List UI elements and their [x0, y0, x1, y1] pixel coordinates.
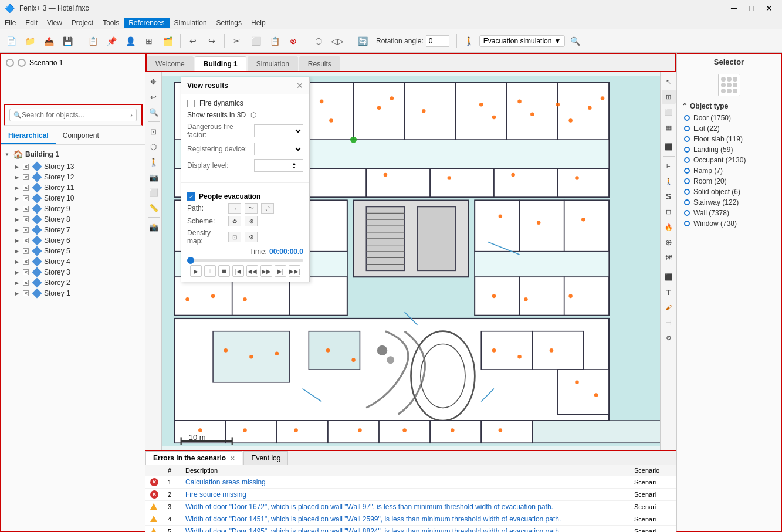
obj-type-row-1[interactable]: Exit (22): [682, 123, 776, 134]
scheme-icon-2[interactable]: ⚙: [245, 216, 258, 226]
lt-snapshot[interactable]: 📸: [147, 220, 161, 234]
tb-copy-alt[interactable]: 📋: [84, 32, 101, 50]
tb-search-tool[interactable]: 🔍: [566, 32, 584, 50]
rt-grid[interactable]: ⊞: [662, 90, 676, 104]
tb-scenarios[interactable]: 👤: [121, 32, 139, 50]
obj-type-row-0[interactable]: Door (1750): [682, 113, 776, 123]
playback-pause[interactable]: ⏸: [204, 265, 216, 277]
expand-12[interactable]: ▶: [15, 175, 19, 180]
rt-plus[interactable]: ⊕: [662, 235, 676, 249]
lt-zoom[interactable]: 🔍: [147, 105, 161, 119]
rt-fire[interactable]: 🔥: [662, 220, 676, 234]
playback-prev[interactable]: |◀: [232, 265, 244, 277]
rt-person2[interactable]: 🚶: [662, 174, 676, 188]
playback-play[interactable]: ▶: [190, 265, 202, 277]
expand-13[interactable]: ▶: [15, 164, 19, 170]
rt-measure[interactable]: ⊣: [662, 316, 676, 330]
menu-edit[interactable]: Edit: [21, 18, 42, 28]
density-icon-1[interactable]: ⊡: [228, 232, 241, 242]
expand-5[interactable]: ▶: [15, 249, 19, 254]
rt-volume[interactable]: ⬛: [662, 270, 676, 284]
expand-9[interactable]: ▶: [15, 206, 19, 212]
chk-7[interactable]: [23, 227, 29, 233]
obj-type-row-2[interactable]: Floor slab (119): [682, 134, 776, 144]
vr-registering-select[interactable]: [254, 143, 303, 155]
err-desc-3[interactable]: Width of door "Door 1672", which is plac…: [185, 503, 553, 511]
rt-layers[interactable]: ⬜: [662, 105, 676, 119]
rt-paint[interactable]: 🖌: [662, 300, 676, 314]
storey-row-1[interactable]: ▶ Storey 1: [4, 288, 143, 299]
err-desc-4[interactable]: Width of door "Door 1451", which is plac…: [185, 515, 561, 523]
lt-person[interactable]: 🚶: [147, 155, 161, 169]
rt-snake[interactable]: S: [662, 189, 676, 204]
tb-open[interactable]: 📁: [21, 32, 39, 50]
obj-type-row-4[interactable]: Occupant (2130): [682, 155, 776, 165]
viewport[interactable]: 10 m View results ✕ Fire dynamics: [162, 72, 660, 450]
tb-mirror[interactable]: ⬡: [310, 32, 327, 50]
expand-6[interactable]: ▶: [15, 238, 19, 243]
menu-references[interactable]: References: [124, 18, 169, 28]
tb-layers[interactable]: 🗂️: [159, 32, 177, 50]
chk-9[interactable]: [23, 206, 29, 212]
obj-type-row-7[interactable]: Solid object (6): [682, 187, 776, 197]
err-desc-1[interactable]: Calculation areas missing: [185, 478, 266, 486]
tb-export[interactable]: 📤: [40, 32, 57, 50]
tb-paste-alt[interactable]: 📌: [103, 32, 120, 50]
lt-layers2[interactable]: ⬜: [147, 185, 161, 199]
lt-undo[interactable]: ↩: [147, 90, 161, 104]
rotation-input[interactable]: [426, 35, 449, 47]
tb-undo[interactable]: ↩: [184, 32, 202, 50]
obj-type-row-6[interactable]: Room (20): [682, 176, 776, 187]
err-desc-5[interactable]: Width of door "Door 1495", which is plac…: [185, 527, 561, 532]
tb-evac-icon[interactable]: 🚶: [461, 32, 478, 50]
lt-cube[interactable]: ⬡: [147, 140, 161, 154]
close-button[interactable]: ✕: [761, 1, 777, 15]
path-icon-1[interactable]: →: [228, 203, 241, 214]
storey-row-7[interactable]: ▶ Storey 7: [4, 225, 143, 235]
object-type-header[interactable]: ⌃ Object type: [682, 102, 776, 110]
storey-row-11[interactable]: ▶ Storey 11: [4, 182, 143, 193]
menu-view[interactable]: View: [42, 18, 67, 28]
chk-4[interactable]: [23, 259, 29, 265]
menu-project[interactable]: Project: [67, 18, 98, 28]
rt-copy2[interactable]: E: [662, 159, 676, 173]
storey-row-8[interactable]: ▶ Storey 8: [4, 214, 143, 225]
vr-display-input[interactable]: ▲ ▼: [254, 159, 303, 172]
tab-results[interactable]: Results: [299, 56, 340, 71]
storey-row-3[interactable]: ▶ Storey 3: [4, 267, 143, 277]
chk-10[interactable]: [23, 195, 29, 201]
obj-type-row-10[interactable]: Window (738): [682, 218, 776, 229]
err-desc-2[interactable]: Fire source missing: [185, 490, 246, 499]
tb-paste[interactable]: 📋: [266, 32, 283, 50]
vr-spin-down[interactable]: ▼: [292, 165, 300, 170]
vr-fire-checkbox[interactable]: [187, 100, 195, 107]
tab-building1[interactable]: Building 1: [195, 56, 246, 71]
chk-5[interactable]: [23, 248, 29, 254]
obj-type-row-8[interactable]: Stairway (122): [682, 197, 776, 208]
playback-next-step[interactable]: ▶▶: [260, 265, 272, 277]
lt-dots[interactable]: ⊡: [147, 124, 161, 138]
scheme-icon-1[interactable]: ✿: [228, 216, 241, 226]
storey-row-10[interactable]: ▶ Storey 10: [4, 193, 143, 204]
menu-simulation[interactable]: Simulation: [170, 18, 212, 28]
tb-rotate-icon[interactable]: 🔄: [354, 32, 371, 50]
storey-row-2[interactable]: ▶ Storey 2: [4, 277, 143, 288]
chk-8[interactable]: [23, 216, 29, 222]
obj-type-row-3[interactable]: Landing (59): [682, 144, 776, 155]
vr-dangerous-select[interactable]: [254, 124, 303, 137]
path-icon-3[interactable]: ⇌: [261, 203, 274, 214]
tb-redo[interactable]: ↪: [203, 32, 221, 50]
tab-welcome[interactable]: Welcome: [147, 56, 194, 71]
tb-new[interactable]: 📄: [2, 32, 20, 50]
playback-fast[interactable]: ▶▶|: [289, 265, 300, 277]
search-arrow[interactable]: ›: [130, 111, 133, 118]
tab-errors-close[interactable]: ✕: [230, 455, 235, 462]
rt-settings2[interactable]: ⚙: [662, 331, 676, 345]
obj-type-row-5[interactable]: Ramp (7): [682, 165, 776, 176]
tb-flip[interactable]: ◁▷: [329, 32, 346, 50]
menu-tools[interactable]: Tools: [98, 18, 124, 28]
density-icon-2[interactable]: ⚙: [245, 232, 258, 242]
playback-prev-step[interactable]: ◀◀: [246, 265, 258, 277]
tab-component[interactable]: Component: [56, 128, 106, 144]
storey-row-6[interactable]: ▶ Storey 6: [4, 235, 143, 246]
